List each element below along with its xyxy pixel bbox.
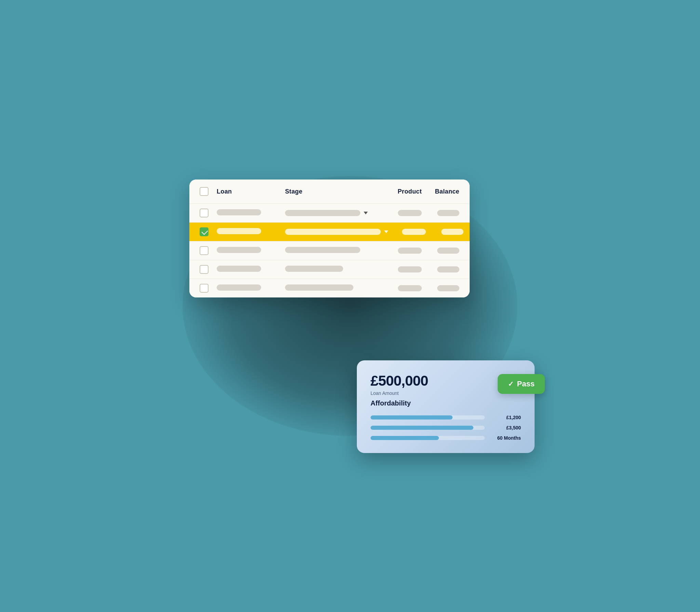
product-pill-selected (402, 229, 426, 235)
loan-pill (217, 266, 261, 272)
dropdown-arrow-selected-icon[interactable] (384, 230, 388, 233)
aff-bar (371, 426, 473, 430)
table-row[interactable] (189, 279, 470, 297)
stage-pill-selected (285, 229, 381, 235)
stage-cell-selected (285, 229, 388, 235)
scene: Loan Stage Product Balance (162, 152, 538, 460)
affordability-rows: £1,200 £3,500 60 Months (371, 415, 521, 441)
table-row-selected[interactable] (189, 223, 470, 241)
loan-pill-selected (217, 228, 261, 234)
table-row[interactable] (189, 260, 470, 279)
product-pill (398, 248, 422, 254)
product-pill (398, 285, 422, 291)
aff-value-1: £1,200 (490, 415, 521, 420)
row-checkbox[interactable] (200, 284, 208, 293)
stage-pill (285, 210, 360, 216)
pass-label: Pass (517, 380, 535, 388)
aff-bar-container (371, 426, 485, 430)
aff-bar (371, 436, 439, 440)
aff-bar-container (371, 415, 485, 420)
col-product-label: Product (398, 188, 422, 195)
balance-pill-selected (441, 229, 463, 235)
loan-pill (217, 209, 261, 215)
stage-pill (285, 266, 343, 272)
col-stage-label: Stage (285, 188, 302, 195)
aff-value-2: £3,500 (490, 425, 521, 430)
balance-pill (437, 266, 459, 272)
aff-bar-container (371, 436, 485, 440)
dropdown-arrow-icon[interactable] (364, 212, 368, 214)
table-header: Loan Stage Product Balance (189, 179, 470, 204)
stage-pill (285, 247, 360, 253)
affordability-row-1: £1,200 (371, 415, 521, 420)
col-balance-label: Balance (435, 188, 459, 195)
table-row[interactable] (189, 204, 470, 223)
pass-badge: ✓ Pass (498, 374, 545, 394)
stage-cell (285, 210, 384, 216)
row-checkbox[interactable] (200, 209, 208, 217)
affordability-card: £500,000 Loan Amount Affordability £1,20… (357, 360, 535, 453)
table-card: Loan Stage Product Balance (189, 179, 470, 297)
row-checkbox[interactable] (200, 246, 208, 255)
affordability-row-3: 60 Months (371, 435, 521, 441)
row-checkbox[interactable] (200, 265, 208, 274)
col-loan-label: Loan (217, 188, 232, 195)
affordability-row-2: £3,500 (371, 425, 521, 430)
header-checkbox[interactable] (200, 187, 208, 196)
loan-pill (217, 247, 261, 253)
balance-pill (437, 210, 459, 216)
product-pill (398, 266, 422, 272)
balance-pill (437, 285, 459, 291)
aff-value-3: 60 Months (490, 435, 521, 441)
affordability-title: Affordability (371, 399, 521, 407)
product-pill (398, 210, 422, 216)
row-checkbox-checked[interactable] (200, 227, 208, 236)
balance-pill (437, 248, 459, 254)
table-row[interactable] (189, 241, 470, 260)
stage-pill (285, 284, 353, 291)
aff-bar (371, 415, 453, 420)
pass-check-icon: ✓ (508, 380, 514, 388)
loan-pill (217, 284, 261, 291)
